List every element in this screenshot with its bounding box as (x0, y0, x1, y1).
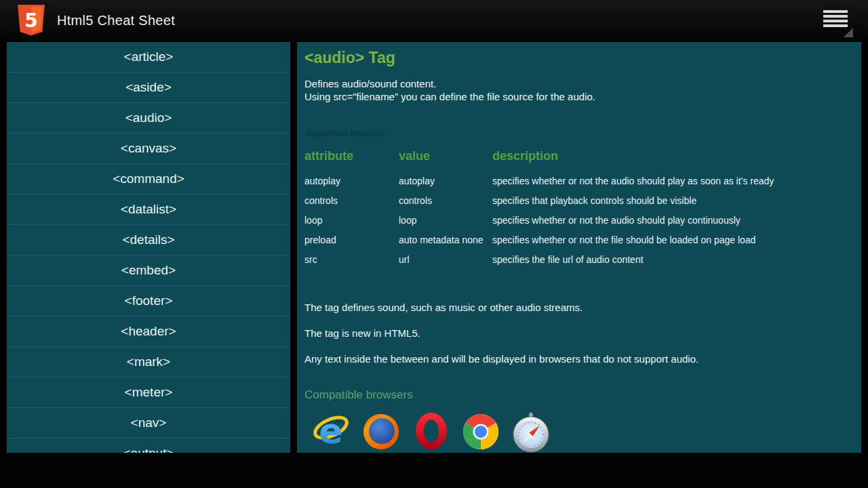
menu-icon[interactable] (823, 10, 852, 32)
column-header-value: value (399, 149, 492, 163)
description-paragraph: The tag defines sound, such as music or … (304, 301, 698, 314)
intro-line: Using src=”filename” you can define the … (304, 90, 595, 103)
tag-list-item[interactable]: <aside> (7, 73, 290, 103)
tag-list-item[interactable]: <header> (7, 317, 290, 347)
attribute-cell: specifies whether or not the audio shoul… (492, 215, 855, 226)
attribute-cell: controls (399, 195, 492, 206)
attribute-row: autoplayautoplayspecifies whether or not… (304, 171, 855, 190)
attribute-cell: specifies whether or not the audio shoul… (492, 176, 855, 186)
intro-text: Defines audio/sound content. Using src=”… (304, 77, 595, 103)
attribute-row: srcurlspecifies the file url of audio co… (304, 249, 855, 269)
attributes-table-body: autoplayautoplayspecifies whether or not… (304, 171, 855, 269)
firefox-icon (361, 411, 401, 451)
tag-list-item[interactable]: <output> (7, 439, 290, 453)
column-header-description: description (492, 149, 855, 163)
app-title: Html5 Cheat Sheet (57, 0, 175, 41)
compatible-browsers-label: Compatible browsers (304, 388, 413, 402)
tag-list-item[interactable]: <mark> (7, 347, 290, 378)
browser-icons-row: e (312, 411, 551, 453)
resize-corner-icon (844, 28, 853, 37)
internet-explorer-icon: e (312, 411, 350, 451)
attribute-cell: specifies the file url of audio content (492, 254, 855, 265)
screen: 5 Html5 Cheat Sheet <article><aside><aud… (0, 0, 868, 488)
tag-list-item[interactable]: <article> (7, 42, 290, 73)
menu-bar (823, 24, 848, 27)
attribute-cell: autoplay (399, 176, 492, 186)
description-paragraph: The tag is new in HTML5. (304, 327, 698, 340)
system-navigation-bar: 5:24 3G (0, 455, 868, 488)
safari-icon (511, 411, 551, 453)
content-panel: <audio> Tag Defines audio/sound content.… (297, 42, 861, 453)
attribute-row: preloadauto metadata nonespecifies wheth… (304, 230, 855, 249)
page-title: <audio> Tag (304, 49, 395, 67)
opera-icon (412, 411, 450, 451)
column-header-attribute: attribute (304, 149, 399, 163)
tag-list-item[interactable]: <canvas> (7, 134, 290, 164)
menu-bar (823, 15, 848, 18)
attribute-cell: autoplay (304, 176, 399, 186)
tag-list: <article><aside><audio><canvas><command>… (7, 42, 290, 453)
attribute-cell: controls (304, 195, 399, 206)
attribute-cell: loop (304, 215, 399, 226)
attribute-cell: src (304, 254, 399, 265)
tag-list-item[interactable]: <nav> (7, 408, 290, 439)
description-paragraphs: The tag defines sound, such as music or … (304, 301, 698, 378)
app-top-bar: 5 Html5 Cheat Sheet (0, 0, 868, 41)
tag-list-item[interactable]: <details> (7, 225, 290, 256)
tag-list-item[interactable]: <datalist> (7, 195, 290, 225)
chrome-icon (462, 411, 500, 452)
tag-list-item[interactable]: <footer> (7, 286, 290, 317)
attribute-row: looploopspecifies whether or not the aud… (304, 210, 855, 230)
tag-list-item[interactable]: <audio> (7, 103, 290, 134)
attribute-cell: preload (304, 235, 399, 245)
attribute-cell: specifies that playback controls should … (492, 195, 855, 206)
attribute-cell: specifies whether or not the file should… (492, 235, 855, 245)
attributes-table: attribute value description autoplayauto… (304, 145, 855, 269)
attribute-cell: loop (399, 215, 492, 226)
menu-bar (823, 20, 848, 22)
tag-list-item[interactable]: <meter> (7, 378, 290, 408)
intro-line: Defines audio/sound content. (304, 77, 595, 90)
menu-bar (823, 10, 848, 13)
attribute-cell: url (399, 254, 492, 265)
html5-logo-icon: 5 (16, 4, 46, 37)
tag-list-item[interactable]: <command> (7, 164, 290, 195)
attribute-row: controlscontrolsspecifies that playback … (304, 190, 855, 210)
tag-list-item[interactable]: <embed> (7, 256, 290, 286)
svg-text:5: 5 (24, 9, 37, 32)
attribute-cell: auto metadata none (399, 235, 492, 245)
supported-attributes-label: Supported attibutes: (307, 129, 386, 138)
description-paragraph: Any text inside the between and will be … (304, 352, 698, 365)
attributes-table-header: attribute value description (304, 145, 855, 167)
svg-text:e: e (319, 411, 342, 451)
